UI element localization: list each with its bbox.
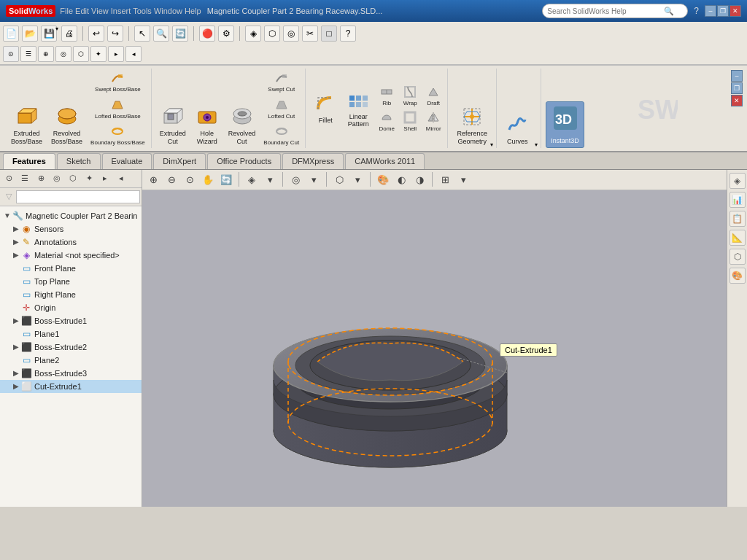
materials-button[interactable]: ◈	[245, 26, 261, 42]
revolved-cut-button[interactable]: RevolvedCut	[225, 103, 260, 148]
vp-display-dropdown[interactable]: ▾	[306, 171, 322, 187]
help-icon[interactable]: ?	[694, 6, 699, 16]
tab-features[interactable]: Features	[3, 153, 55, 169]
minimize-button[interactable]: –	[705, 5, 716, 17]
tree-item-boss-extrude1[interactable]: ▶ ⬛ Boss-Extrude1	[0, 314, 142, 327]
fillet-button[interactable]: Fillet	[310, 90, 341, 127]
tab-evaluate[interactable]: Evaluate	[102, 153, 152, 169]
swept-cut-button[interactable]: Swept Cut	[260, 69, 302, 95]
lp-btn-display[interactable]: ⬡	[66, 171, 80, 186]
lp-btn-prev[interactable]: ◂	[114, 171, 128, 186]
rotate-button[interactable]: 🔄	[172, 26, 188, 42]
cut-button[interactable]: ✂	[302, 26, 318, 42]
filter-input[interactable]	[20, 192, 136, 201]
tab-office-products[interactable]: Office Products	[207, 153, 281, 169]
vp-zoom-area[interactable]: ⊙	[182, 171, 198, 187]
lp-btn-motion[interactable]: ⊕	[34, 171, 48, 186]
search-box[interactable]: 🔍	[542, 4, 688, 18]
lp-btn-3d[interactable]: ☰	[18, 171, 32, 186]
sketch-btn[interactable]: ◎	[55, 46, 71, 62]
vp-display-style[interactable]: ◎	[287, 171, 303, 187]
rs-btn-display[interactable]: ⬡	[729, 249, 746, 265]
extruded-cut-button[interactable]: ExtrudedCut	[156, 103, 190, 148]
mirror-button[interactable]: Mirror	[422, 108, 444, 134]
filter-btn[interactable]: ⊙	[3, 46, 19, 62]
next-btn[interactable]: ▸	[108, 46, 124, 62]
tree-item-boss-extrude3[interactable]: ▶ ⬛ Boss-Extrude3	[0, 367, 142, 380]
search-input[interactable]	[547, 7, 664, 15]
menu-file[interactable]: File Edit View Insert Tools Window Help	[60, 7, 201, 15]
swept-boss-base-button[interactable]: Swept Boss/Base	[88, 69, 148, 95]
dome-button[interactable]: Dome	[376, 108, 398, 134]
lp-btn-analysis[interactable]: ◎	[50, 171, 64, 186]
draft-button[interactable]: Draft	[422, 82, 444, 109]
vp-realview[interactable]: ◑	[411, 171, 427, 187]
vp-render[interactable]: ◐	[393, 171, 409, 187]
rs-btn-color[interactable]: 🎨	[729, 268, 746, 284]
undo-button[interactable]: ↩	[88, 26, 104, 42]
restore-button[interactable]: ❐	[717, 5, 729, 17]
tree-item-plane2[interactable]: ▭ Plane2	[0, 354, 142, 367]
ribbon-close[interactable]: ✕	[731, 95, 743, 106]
print-button[interactable]: 🖨	[61, 26, 77, 42]
hide-button[interactable]: □	[321, 26, 337, 42]
rebuild-button[interactable]: 🔴	[199, 26, 215, 42]
ribbon-restore[interactable]: ❐	[731, 82, 743, 94]
tree-item-plane1[interactable]: ▭ Plane1	[0, 327, 142, 341]
appearances-button[interactable]: ⬡	[264, 26, 280, 42]
tree-item-root[interactable]: ▼ 🔧 Magnetic Coupler Part 2 Bearin	[0, 209, 142, 222]
tab-dfmxpress[interactable]: DFMXpress	[282, 153, 344, 169]
boundary-cut-button[interactable]: Boundary Cut	[260, 122, 302, 148]
vp-grid-dropdown[interactable]: ▾	[455, 171, 471, 187]
close-button[interactable]: ✕	[729, 5, 741, 17]
save-button[interactable]: 💾	[41, 26, 57, 42]
tree-item-cut-extrude1[interactable]: ▶ ⬜ Cut-Extrude1	[0, 380, 142, 393]
lofted-cut-button[interactable]: Lofted Cut	[260, 96, 302, 122]
shell-button[interactable]: Shell	[399, 108, 421, 134]
redo-button[interactable]: ↪	[107, 26, 123, 42]
vp-zoom-out[interactable]: ⊖	[163, 171, 179, 187]
vp-grid[interactable]: ⊞	[437, 171, 453, 187]
save-dropdown[interactable]: ▾	[55, 26, 58, 42]
zoom-button[interactable]: 🔍	[153, 26, 169, 42]
vp-rotate[interactable]: 🔄	[218, 171, 234, 187]
options-button[interactable]: ⚙	[218, 26, 234, 42]
ribbon-minimize[interactable]: –	[731, 70, 743, 82]
reference-geometry-button[interactable]: ReferenceGeometry	[452, 103, 492, 148]
instant3d-button[interactable]: 3D Instant3D	[546, 101, 584, 148]
std-btn[interactable]: ✦	[90, 46, 107, 62]
tab-sketch[interactable]: Sketch	[57, 153, 101, 169]
tree-item-right-plane[interactable]: ▭ Right Plane	[0, 288, 142, 301]
vp-appearances[interactable]: 🎨	[375, 171, 391, 187]
vp-pan[interactable]: ✋	[200, 171, 216, 187]
tree-item-origin[interactable]: ✛ Origin	[0, 301, 142, 314]
tree-item-sensors[interactable]: ▶ ◉ Sensors	[0, 222, 142, 236]
tree-item-annotations[interactable]: ▶ ✎ Annotations	[0, 236, 142, 249]
vp-zoom-fit[interactable]: ⊕	[145, 171, 161, 187]
tree-item-material[interactable]: ▶ ◈ Material <not specified>	[0, 249, 142, 262]
linear-pattern-button[interactable]: LinearPattern	[342, 86, 374, 131]
lp-btn-model[interactable]: ⊙	[1, 171, 16, 186]
boundary-boss-base-button[interactable]: Boundary Boss/Base	[88, 122, 148, 148]
vp-scene-dropdown[interactable]: ▾	[349, 171, 365, 187]
curves-dropdown[interactable]: ▾	[535, 141, 538, 148]
tab-camworks[interactable]: CAMWorks 2011	[345, 153, 425, 169]
vp-scene[interactable]: ⬡	[331, 171, 347, 187]
wrap-button[interactable]: Wrap	[399, 82, 421, 109]
curves-button[interactable]: Curves	[501, 111, 533, 148]
tree-item-front-plane[interactable]: ▭ Front Plane	[0, 262, 142, 275]
prev-btn[interactable]: ◂	[125, 46, 142, 62]
component-btn[interactable]: ⊕	[38, 46, 54, 62]
help-button[interactable]: ?	[340, 26, 356, 42]
rs-btn-stats[interactable]: 📊	[729, 192, 746, 208]
vp-standard-views[interactable]: ◈	[244, 171, 260, 187]
extruded-boss-base-button[interactable]: ExtrudedBoss/Base	[7, 103, 46, 148]
tree-btn[interactable]: ☰	[20, 46, 36, 62]
rs-btn-measure[interactable]: 📐	[729, 230, 746, 246]
rib-button[interactable]: Rib	[376, 82, 398, 109]
ref-geometry-dropdown[interactable]: ▾	[490, 141, 493, 148]
display-button[interactable]: ◎	[283, 26, 299, 42]
tree-item-top-plane[interactable]: ▭ Top Plane	[0, 275, 142, 288]
select-button[interactable]: ↖	[134, 26, 150, 42]
hole-wizard-button[interactable]: HoleWizard	[191, 103, 223, 148]
